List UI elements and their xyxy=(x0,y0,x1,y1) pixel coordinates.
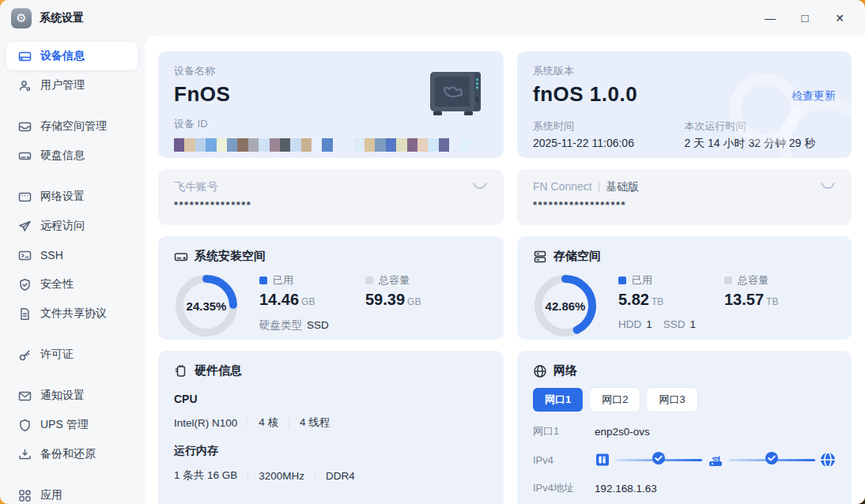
mail-icon xyxy=(18,389,32,403)
sidebar: 设备信息 用户管理 存储空间管理 硬盘信息 网络设置 远程访问 SSH 安全性 xyxy=(0,36,145,504)
fn-account-label: 飞牛账号 xyxy=(174,180,218,194)
sidebar-item-label: 许可证 xyxy=(40,348,74,362)
sidebar-item-backup-restore[interactable]: 备份和还原 xyxy=(6,440,138,468)
sidebar-item-license[interactable]: 许可证 xyxy=(6,340,138,369)
sidebar-item-security[interactable]: 安全性 xyxy=(6,270,138,299)
tab-port-3[interactable]: 网口3 xyxy=(647,388,697,412)
system-space-card: 系统安装空间 24.35% 已用 14.4 xyxy=(158,236,504,340)
globe-icon xyxy=(533,364,547,378)
used-legend-swatch xyxy=(259,276,267,284)
sidebar-item-apps[interactable]: 应用 xyxy=(6,481,138,504)
used-value: 14.46 xyxy=(259,291,299,308)
network-card: 网络 网口1 网口2 网口3 网口1 enp2s0-ovs IPv4 xyxy=(517,351,852,504)
id-mask-block xyxy=(439,138,449,152)
maximize-button[interactable]: □ xyxy=(788,6,822,31)
sidebar-item-label: 安全性 xyxy=(40,277,74,291)
device-id-masked xyxy=(174,138,488,152)
chip-icon xyxy=(174,364,188,378)
sidebar-item-device-info[interactable]: 设备信息 xyxy=(6,42,138,70)
cpu-specs: Intel(R) N100 4 核 4 线程 xyxy=(174,416,488,430)
backup-tray-icon xyxy=(18,448,32,461)
system-time-value: 2025-11-22 11:06:06 xyxy=(533,137,685,149)
sidebar-item-label: 存储空间管理 xyxy=(40,119,107,134)
sidebar-item-notifications[interactable]: 通知设置 xyxy=(6,382,138,410)
sidebar-item-remote-access[interactable]: 远程访问 xyxy=(6,212,138,240)
hardware-title: 硬件信息 xyxy=(195,363,242,378)
tab-port-2[interactable]: 网口2 xyxy=(590,388,640,412)
window-title: 系统设置 xyxy=(40,11,84,25)
storage-space-percent: 42.86% xyxy=(533,273,598,338)
id-mask-block xyxy=(407,138,417,152)
paper-plane-icon xyxy=(18,220,32,233)
sidebar-item-disk-info[interactable]: 硬盘信息 xyxy=(6,141,138,170)
id-mask-block xyxy=(227,138,237,152)
total-label: 总容量 xyxy=(738,273,769,288)
tab-port-1[interactable]: 网口1 xyxy=(533,388,583,412)
sidebar-item-label: 应用 xyxy=(40,488,62,502)
sidebar-item-label: 文件共享协议 xyxy=(40,307,107,321)
id-mask-block xyxy=(301,138,312,152)
id-mask-block xyxy=(354,138,365,152)
used-label: 已用 xyxy=(632,273,652,288)
hdd-label: HDD xyxy=(618,318,641,330)
ssd-count: 1 xyxy=(690,318,697,330)
fn-connect-badge: 基础版 xyxy=(606,180,639,193)
key-icon xyxy=(18,348,32,362)
storage-space-donut: 42.86% xyxy=(533,273,598,338)
sidebar-item-label: 网络设置 xyxy=(40,190,85,204)
cpu-label: CPU xyxy=(174,393,488,405)
fn-connect-card: FN Connect|基础版 ****************** xyxy=(517,169,852,225)
id-mask-block xyxy=(259,138,269,152)
nas-icon xyxy=(595,452,610,468)
fn-account-value: *************** xyxy=(174,199,488,211)
storage-pool-icon xyxy=(18,120,32,134)
port-label: 网口1 xyxy=(533,424,595,438)
drive-icon xyxy=(174,250,188,264)
internet-globe-icon xyxy=(820,452,836,468)
id-mask-block xyxy=(428,138,438,152)
id-mask-block xyxy=(449,138,459,152)
port-value: enp2s0-ovs xyxy=(595,426,650,438)
title-bar: ⚙ 系统设置 — □ ✕ xyxy=(0,0,865,36)
id-mask-block xyxy=(237,138,247,152)
id-mask-block xyxy=(184,138,195,152)
used-unit: GB xyxy=(301,296,315,307)
check-icon xyxy=(652,451,666,468)
device-icon xyxy=(18,50,32,63)
router-icon xyxy=(707,452,724,468)
device-card: 设备名称 FnOS 设备 ID xyxy=(158,51,504,158)
sidebar-item-ssh[interactable]: SSH xyxy=(6,241,138,269)
main-panel: 设备名称 FnOS 设备 ID xyxy=(145,36,865,504)
id-mask-block xyxy=(217,138,227,152)
network-port-icon xyxy=(18,190,32,204)
sidebar-item-label: 备份和还原 xyxy=(40,447,96,461)
minimize-button[interactable]: — xyxy=(753,6,788,31)
fn-account-card: 飞牛账号 *************** xyxy=(158,169,504,225)
terminal-icon xyxy=(18,249,32,262)
fn-connect-label: FN Connect|基础版 xyxy=(533,180,639,194)
sidebar-item-user-management[interactable]: 用户管理 xyxy=(6,71,138,100)
sidebar-item-storage-management[interactable]: 存储空间管理 xyxy=(6,112,138,141)
divider: | xyxy=(598,180,601,193)
ipv4-address-label: IPv4地址 xyxy=(533,481,595,495)
id-mask-block xyxy=(396,138,406,152)
used-legend-swatch xyxy=(618,276,626,284)
disk-type-label: 硬盘类型 xyxy=(259,319,302,331)
id-mask-block xyxy=(195,138,206,152)
total-label: 总容量 xyxy=(379,273,410,288)
sidebar-item-label: UPS 管理 xyxy=(40,418,89,432)
ipv4-connection-diagram xyxy=(595,452,836,468)
ram-specs: 1 条共 16 GB 3200MHz DDR4 xyxy=(174,468,488,483)
used-label: 已用 xyxy=(273,273,293,288)
shield-check-icon xyxy=(18,278,32,291)
sidebar-item-file-sharing[interactable]: 文件共享协议 xyxy=(6,299,138,328)
id-mask-block xyxy=(174,138,184,152)
sidebar-item-ups[interactable]: UPS 管理 xyxy=(6,411,138,439)
id-mask-block xyxy=(270,138,280,152)
hdd-count: 1 xyxy=(646,318,652,330)
close-button[interactable]: ✕ xyxy=(822,6,857,31)
storage-stack-icon xyxy=(533,250,547,264)
system-space-percent: 24.35% xyxy=(174,273,239,338)
system-version-value: fnOS 1.0.0 xyxy=(533,82,637,107)
sidebar-item-network-settings[interactable]: 网络设置 xyxy=(6,182,138,211)
